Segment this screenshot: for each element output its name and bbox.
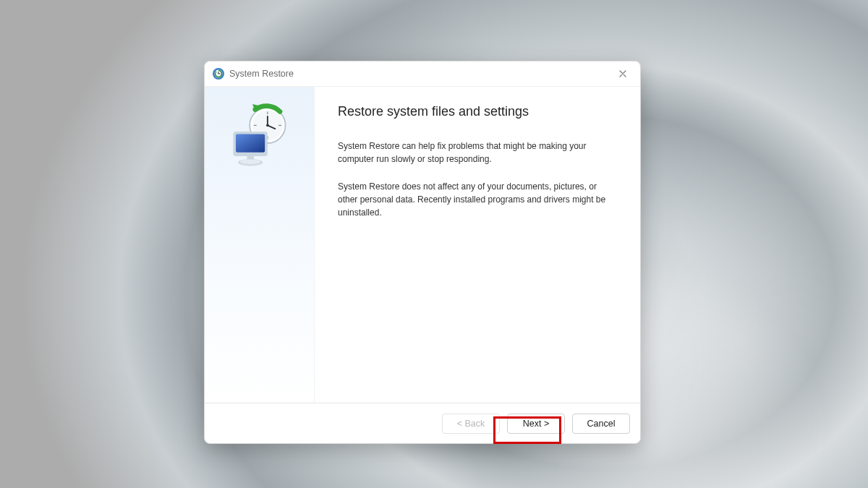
description-paragraph-1: System Restore can help fix problems tha… [338, 140, 613, 166]
page-heading: Restore system files and settings [338, 104, 618, 119]
cancel-button[interactable]: Cancel [572, 414, 630, 434]
svg-point-18 [240, 159, 261, 164]
close-button[interactable] [613, 65, 633, 82]
back-button: < Back [442, 414, 500, 434]
system-restore-dialog: System Restore [204, 61, 641, 444]
wizard-content: Restore system files and settings System… [315, 87, 640, 403]
titlebar: System Restore [205, 61, 640, 86]
svg-rect-15 [236, 134, 265, 153]
svg-rect-3 [218, 74, 221, 74]
system-restore-icon [212, 67, 225, 80]
description-paragraph-2: System Restore does not affect any of yo… [338, 180, 613, 219]
wizard-side-panel [205, 87, 315, 403]
dialog-body: Restore system files and settings System… [205, 86, 640, 403]
svg-point-12 [266, 124, 269, 127]
wizard-footer: < Back Next > Cancel [205, 403, 640, 443]
restore-illustration-icon [225, 103, 294, 171]
window-title: System Restore [229, 69, 613, 79]
next-button[interactable]: Next > [507, 414, 565, 434]
